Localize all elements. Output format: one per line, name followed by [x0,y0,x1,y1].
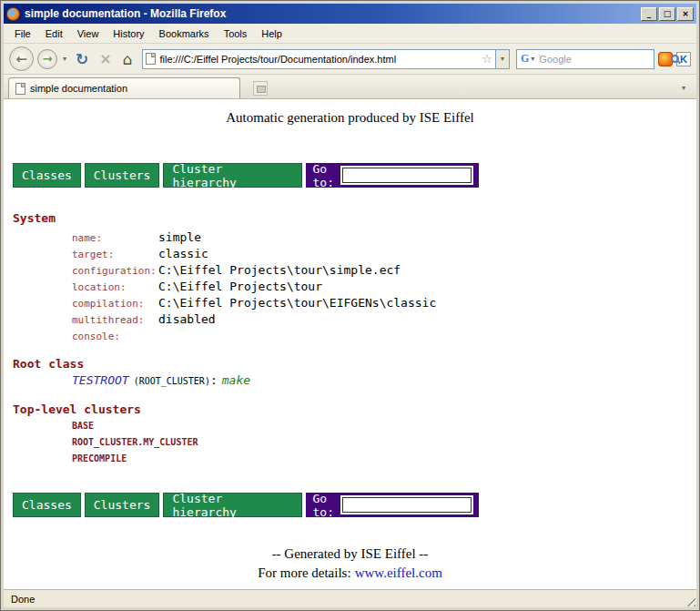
testroot-link[interactable]: TESTROOT [72,373,129,387]
cluster-link-precompile[interactable]: PRECOMPILE [72,453,127,463]
eiffel-com-link[interactable]: www.eiffel.com [355,565,442,580]
search-magnifier-icon[interactable] [671,55,679,63]
system-row: console: [72,328,696,344]
url-dropdown-button[interactable]: ▾ [495,50,509,68]
menu-edit[interactable]: Edit [38,25,70,42]
search-bar: G ▾ [516,49,654,69]
cluster-item: PRECOMPILE [72,450,696,466]
cluster-item: ROOT_CLUSTER.MY_CLUSTER [72,433,696,450]
goto-input-top[interactable] [342,168,472,183]
tab-page-icon [15,83,25,95]
search-input[interactable] [536,54,671,65]
firefox-window: simple documentation - Mozilla Firefox _… [0,0,700,611]
list-all-tabs-button[interactable]: ▾ [675,79,692,96]
system-key: console: [72,330,158,344]
google-icon: G [521,52,529,66]
window-title: simple documentation - Mozilla Firefox [25,7,641,20]
forward-button[interactable]: → [37,49,57,69]
maximize-button[interactable]: □ [659,7,675,21]
back-icon: ← [15,51,27,67]
status-text: Done [11,594,35,605]
menu-view[interactable]: View [70,25,107,42]
clusters-button-bottom[interactable]: Clusters [85,493,160,517]
system-key: configuration: [72,264,158,279]
url-bar: ☆ ▾ [142,49,510,69]
back-forward-dropdown[interactable]: ▾ [61,55,68,63]
system-row: compilation:C:\Eiffel Projects\tour\EIFG… [72,295,696,311]
tab-simple-documentation[interactable]: simple documentation [8,77,240,98]
system-key: name: [72,231,158,246]
stop-button[interactable]: × [96,50,115,67]
cluster-hierarchy-button-bottom[interactable]: Cluster hierarchy [163,493,301,517]
cluster-hierarchy-button[interactable]: Cluster hierarchy [163,163,301,188]
system-row: target:classic [72,246,696,262]
firefox-icon [6,7,20,21]
menubar: File Edit View History Bookmarks Tools H… [4,24,696,44]
tab-bar-extra-button[interactable] [253,81,268,96]
details-prefix: For more details: [258,565,350,580]
url-dropdown-caret-icon: ▾ [499,55,506,63]
goto-label: Go to: [313,162,334,189]
clusters-heading: Top-level clusters [13,402,696,417]
system-value: classic [158,247,208,260]
close-button[interactable]: × [677,7,694,21]
goto-input-bottom[interactable] [342,497,472,513]
search-engine-dropdown[interactable]: ▾ [529,55,536,63]
doc-navbar-top: Classes Clusters Cluster hierarchy Go to… [13,163,479,188]
system-row: multithread:disabled [72,311,696,328]
classes-button-bottom[interactable]: Classes [13,493,81,517]
system-key: compilation: [72,297,158,311]
list-all-tabs-caret-icon: ▾ [680,84,687,92]
page-content: Automatic generation produced by ISE Eif… [4,99,696,589]
classes-button[interactable]: Classes [13,163,81,188]
menu-file[interactable]: File [7,25,38,42]
menu-help[interactable]: Help [254,25,289,42]
system-key: multithread: [72,313,158,328]
page-icon [146,53,156,65]
system-value: C:\Eiffel Projects\tour\simple.ecf [158,263,401,277]
system-value: C:\Eiffel Projects\tour [158,280,322,293]
menu-tools[interactable]: Tools [217,25,255,42]
minimize-button[interactable]: _ [641,7,657,21]
resize-grip[interactable] [684,595,695,606]
system-key: location: [72,280,158,295]
menu-bookmarks[interactable]: Bookmarks [152,25,217,42]
system-row: configuration:C:\Eiffel Projects\tour\si… [72,262,696,279]
navigation-toolbar: ← → ▾ ↻ × ⌂ ☆ ▾ G ▾ K [4,44,696,75]
system-heading: System [13,211,696,226]
root-cluster-ref: (ROOT_CLUSTER) [134,376,210,386]
clusters-button[interactable]: Clusters [85,163,160,188]
system-value: simple [158,230,201,244]
generated-note: -- Generated by ISE Eiffel -- [4,546,696,564]
url-input[interactable] [156,54,479,65]
details-line: For more details:www.eiffel.com [4,565,696,583]
system-row: location:C:\Eiffel Projects\tour [72,279,696,295]
menu-history[interactable]: History [106,25,151,42]
home-button[interactable]: ⌂ [119,50,137,68]
make-link[interactable]: make [222,373,250,387]
tab-bar: simple documentation ▾ [4,75,696,99]
bookmark-star-icon[interactable]: ☆ [479,52,495,66]
titlebar[interactable]: simple documentation - Mozilla Firefox _… [4,4,696,24]
window-controls: _ □ × [641,7,694,21]
root-class-line: TESTROOT(ROOT_CLUSTER):make [72,372,696,390]
cluster-item: BASE [72,417,696,433]
reload-button[interactable]: ↻ [72,50,92,68]
tab-label: simple documentation [30,83,127,94]
page-header: Automatic generation produced by ISE Eif… [4,110,696,127]
goto-label-bottom: Go to: [313,492,334,519]
cluster-link-root-cluster-my-cluster[interactable]: ROOT_CLUSTER.MY_CLUSTER [72,437,198,447]
status-bar: Done [4,589,696,607]
cluster-link-base[interactable]: BASE [72,421,94,431]
root-class-heading: Root class [13,357,696,372]
system-row: name:simple [72,229,696,246]
root-class-separator: : [210,373,218,387]
doc-navbar-bottom: Classes Clusters Cluster hierarchy Go to… [13,493,479,517]
goto-section: Go to: [306,163,479,188]
system-value: disabled [158,312,216,326]
forward-icon: → [43,52,53,66]
goto-section-bottom: Go to: [306,493,479,517]
back-button[interactable]: ← [9,46,34,71]
system-value: C:\Eiffel Projects\tour\EIFGENs\classic [158,296,436,310]
system-key: target: [72,248,158,262]
